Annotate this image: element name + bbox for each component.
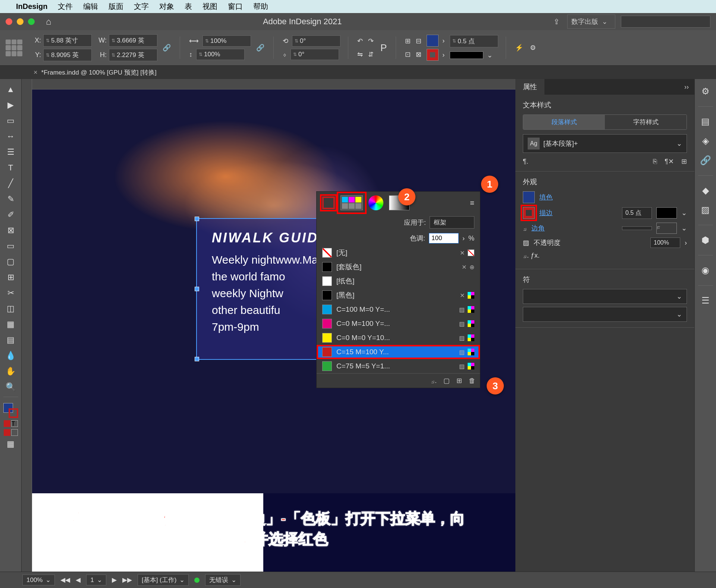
- pencil-tool[interactable]: ✐: [3, 207, 19, 222]
- fill-color-swatch[interactable]: [523, 191, 535, 203]
- eyedropper-tool[interactable]: 💧: [3, 348, 19, 363]
- h-input[interactable]: ⇅2.2279 英: [109, 49, 157, 61]
- properties-tab[interactable]: 属性: [515, 79, 544, 95]
- align-icon-4[interactable]: ⊠: [414, 49, 423, 60]
- color-picker-tab[interactable]: [368, 195, 383, 210]
- scale-y-input[interactable]: ⇅100%: [196, 49, 245, 60]
- page-selector[interactable]: 1⌄: [86, 575, 106, 585]
- color-wheel-icon[interactable]: ◉: [699, 264, 712, 277]
- align-icon-3[interactable]: ⊡: [403, 49, 412, 60]
- stroke-dropdown-icon[interactable]: ›: [441, 50, 446, 60]
- menu-help[interactable]: 帮助: [253, 1, 268, 12]
- links-icon[interactable]: 🔗: [699, 154, 712, 167]
- stroke-style-selector[interactable]: [450, 51, 483, 59]
- clear-override-icon[interactable]: ¶✕: [665, 157, 674, 166]
- page-tool[interactable]: ▭: [3, 113, 19, 128]
- apply-color-icon[interactable]: [4, 420, 10, 427]
- corner-style-mini[interactable]: ⟔: [656, 223, 677, 234]
- swatch-registration[interactable]: [套版色] ✕⊕: [317, 260, 480, 274]
- swatch-magenta[interactable]: C=0 M=100 Y=... ▨: [317, 317, 480, 331]
- handle-tl[interactable]: [195, 217, 199, 221]
- handle-ml[interactable]: [195, 287, 199, 291]
- paragraph-style-selector[interactable]: Ag [基本段落]+ ⌄: [523, 134, 687, 153]
- line-tool[interactable]: ╱: [3, 176, 19, 191]
- zoom-tool[interactable]: 🔍: [3, 380, 19, 394]
- swatch-green[interactable]: C=75 M=5 Y=1... ▨: [317, 359, 480, 373]
- chevron-down-icon[interactable]: ⌄: [681, 224, 687, 232]
- paragraph-style-tab[interactable]: 段落样式: [523, 115, 605, 129]
- flip-v-icon[interactable]: ⇵: [367, 49, 375, 60]
- swatch-black[interactable]: [黑色] ✕: [317, 288, 480, 302]
- menu-view[interactable]: 视图: [202, 1, 217, 12]
- swatch-yellow[interactable]: C=0 M=0 Y=10... ▨: [317, 331, 480, 345]
- color-proxy[interactable]: [3, 403, 18, 418]
- swatch-paper[interactable]: [纸色]: [317, 274, 480, 288]
- stroke-link[interactable]: 描边: [539, 208, 553, 217]
- rotate-input[interactable]: ⇅0°: [292, 35, 340, 47]
- close-tab-icon[interactable]: ×: [34, 69, 38, 76]
- window-close-button[interactable]: [6, 18, 12, 25]
- stroke-style-dropdown-icon[interactable]: ⌄: [486, 50, 494, 61]
- cc-libraries-icon[interactable]: ⬢: [699, 233, 712, 247]
- note-tool[interactable]: ▤: [3, 333, 19, 348]
- reference-point-selector[interactable]: [6, 40, 22, 56]
- default-colors[interactable]: [4, 429, 18, 436]
- fill-link[interactable]: 填色: [539, 193, 553, 202]
- window-minimize-button[interactable]: [17, 18, 23, 25]
- menu-file[interactable]: 文件: [58, 1, 73, 12]
- scale-x-input[interactable]: ⇅100%: [202, 35, 251, 47]
- menu-type[interactable]: 文字: [134, 1, 149, 12]
- stroke-color-swatch[interactable]: [523, 207, 535, 219]
- next-spread-icon[interactable]: ▶▶: [122, 576, 132, 584]
- zoom-selector[interactable]: 100%⌄: [22, 575, 55, 585]
- rectangle-tool[interactable]: ▭: [3, 239, 19, 254]
- w-input[interactable]: ⇅3.6669 英: [109, 34, 157, 47]
- p-icon[interactable]: P: [379, 41, 388, 55]
- rotate-cw-icon[interactable]: ↷: [367, 35, 375, 47]
- next-page-icon[interactable]: ▶: [112, 576, 117, 584]
- opacity-more-icon[interactable]: ›: [685, 239, 687, 247]
- gradient-feather-tool[interactable]: ▦: [3, 317, 19, 332]
- menu-edit[interactable]: 编辑: [83, 1, 98, 12]
- tint-more-icon[interactable]: ›: [462, 235, 465, 242]
- add-style-icon[interactable]: ⊞: [681, 157, 687, 166]
- delete-swatch-icon[interactable]: 🗑: [469, 377, 475, 385]
- swatch-cyan[interactable]: C=100 M=0 Y=... ▨: [317, 302, 480, 317]
- search-input[interactable]: [621, 16, 710, 28]
- chevron-down-icon[interactable]: ⌄: [681, 209, 687, 217]
- errors-selector[interactable]: 无错误⌄: [205, 574, 241, 586]
- constrain-icon[interactable]: 🔗: [161, 42, 172, 53]
- flip-h-icon[interactable]: ⇋: [356, 49, 364, 60]
- stroke-proxy[interactable]: [9, 408, 18, 418]
- rectangle-frame-tool[interactable]: ⊠: [3, 223, 19, 238]
- stroke-proxy-tab[interactable]: [322, 196, 335, 209]
- constrain-scale-icon[interactable]: 🔗: [255, 42, 266, 53]
- swatch-options-icon[interactable]: ⟓.: [431, 377, 437, 385]
- document-tab[interactable]: × *Frames.indd @ 100% [GPU 预览] [转换]: [26, 68, 164, 77]
- align-icon-1[interactable]: ⊞: [403, 35, 412, 47]
- char-selector[interactable]: ⌄: [523, 289, 687, 304]
- pilcrow-icon[interactable]: ¶.: [523, 158, 528, 166]
- tint-input[interactable]: [429, 233, 459, 243]
- share-icon[interactable]: ⇪: [553, 17, 560, 26]
- corner-link[interactable]: 边角: [531, 224, 545, 233]
- app-name[interactable]: InDesign: [16, 2, 47, 11]
- stroke-swatch[interactable]: [427, 49, 439, 61]
- settings-icon[interactable]: ⚙: [528, 42, 537, 53]
- workspace-selector[interactable]: 数字出版 ⌄: [567, 15, 615, 29]
- swatches-icon[interactable]: ▨: [699, 203, 712, 217]
- rotate-ccw-icon[interactable]: ↶: [356, 35, 364, 47]
- lightning-icon[interactable]: ⚡: [514, 42, 525, 53]
- stroke-weight-input[interactable]: ⇅0.5 点: [450, 35, 498, 47]
- menu-layout[interactable]: 版面: [109, 1, 123, 12]
- stroke-icon[interactable]: ◆: [699, 184, 712, 197]
- apply-text-color-icon[interactable]: T: [11, 420, 18, 427]
- swatches-mode-tab[interactable]: [340, 195, 363, 210]
- home-icon[interactable]: ⌂: [46, 16, 51, 27]
- corner-size-input[interactable]: [622, 226, 652, 230]
- x-input[interactable]: ⇅5.88 英寸: [43, 34, 92, 47]
- selection-tool[interactable]: ▲: [3, 82, 19, 97]
- window-maximize-button[interactable]: [28, 18, 35, 25]
- direct-selection-tool[interactable]: ▶: [3, 98, 19, 113]
- color-apply-container[interactable]: T: [4, 420, 18, 427]
